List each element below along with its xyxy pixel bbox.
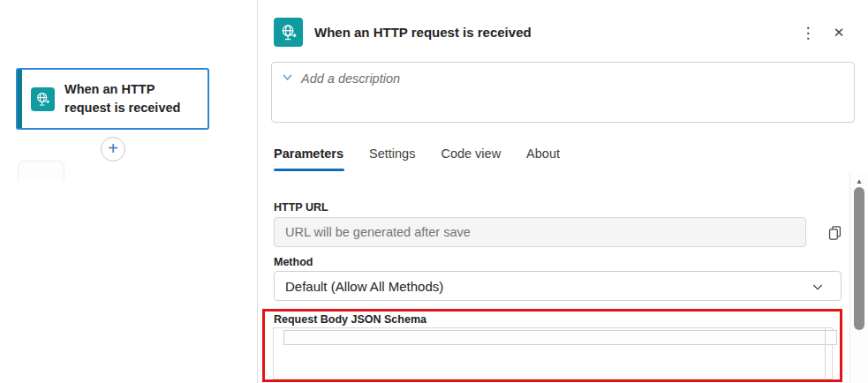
close-icon: ✕ (834, 25, 845, 41)
tab-parameters[interactable]: Parameters (274, 146, 343, 171)
tab-settings[interactable]: Settings (369, 146, 415, 171)
description-box[interactable]: Add a description (271, 62, 855, 123)
more-options-button[interactable]: ⋮ (796, 21, 819, 44)
scroll-up-arrow-icon[interactable]: ▲ (850, 175, 868, 187)
http-url-label: HTTP URL (274, 201, 328, 214)
copy-url-button[interactable] (824, 222, 845, 243)
editor-current-line (283, 330, 837, 345)
vertical-ellipsis-icon: ⋮ (801, 24, 816, 42)
copy-icon (826, 224, 843, 241)
connector-accent-bar (18, 70, 22, 128)
editor-scrollbar-divider (825, 328, 826, 379)
method-label: Method (274, 256, 313, 268)
trigger-node-card[interactable]: When an HTTP request is received (16, 68, 209, 130)
panel-tabs: Parameters Settings Code view About (274, 146, 560, 171)
schema-label: Request Body JSON Schema (274, 313, 426, 326)
plus-icon: + (108, 139, 118, 157)
next-node-ghost-card (18, 161, 64, 180)
method-dropdown[interactable]: Default (Allow All Methods) (274, 271, 842, 301)
panel-title: When an HTTP request is received (314, 25, 532, 40)
http-request-icon (31, 87, 55, 111)
schema-editor[interactable] (273, 327, 833, 379)
tab-about[interactable]: About (526, 146, 560, 171)
chevron-down-icon (811, 280, 825, 294)
panel-scrollbar[interactable]: ▲ (849, 173, 868, 383)
trigger-settings-panel: When an HTTP request is received ⋮ ✕ Add… (258, 0, 868, 383)
close-panel-button[interactable]: ✕ (827, 21, 850, 44)
chevron-down-icon[interactable] (281, 71, 294, 84)
method-value: Default (Allow All Methods) (285, 279, 443, 294)
http-url-input (274, 217, 806, 247)
flow-canvas: When an HTTP request is received + (0, 0, 257, 383)
scrollbar-thumb[interactable] (854, 187, 864, 330)
tab-code-view[interactable]: Code view (441, 146, 501, 171)
trigger-node-title: When an HTTP request is received (64, 80, 188, 117)
description-placeholder: Add a description (301, 71, 400, 86)
add-action-button[interactable]: + (101, 137, 125, 161)
http-request-icon (274, 18, 303, 47)
